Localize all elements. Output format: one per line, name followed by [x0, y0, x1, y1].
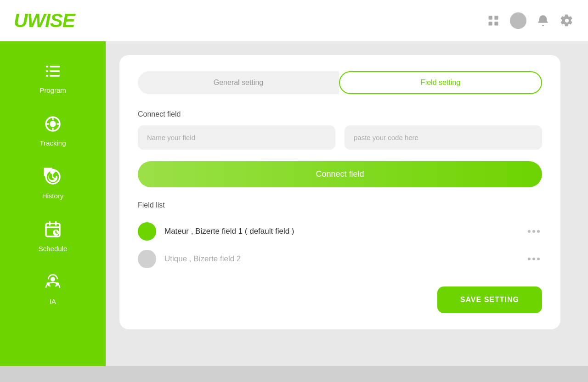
svg-rect-1 [494, 16, 498, 20]
svg-line-24 [48, 286, 51, 286]
svg-rect-9 [50, 75, 60, 76]
tab-general-setting[interactable]: General setting [138, 71, 339, 94]
dot5 [532, 258, 535, 260]
svg-rect-4 [46, 66, 48, 67]
field-code-input[interactable] [345, 125, 542, 150]
sidebar-item-schedule-label: Schedule [39, 245, 68, 253]
field-item-2: Utique , Bizerte field 2 [138, 245, 542, 273]
footer-bar [0, 366, 588, 382]
connect-field-button[interactable]: Connect field [138, 161, 542, 187]
sidebar: Program Tracking History Schedule [0, 41, 106, 366]
field-list-label: Field list [138, 201, 542, 209]
tabs: General setting Field setting [138, 71, 542, 94]
field-name-2: Utique , Bizerte field 2 [164, 254, 517, 264]
save-setting-button[interactable]: SAVE SETTING [437, 286, 542, 313]
settings-card: General setting Field setting Connect fi… [119, 55, 560, 329]
avatar-icon[interactable] [510, 12, 526, 29]
field-more-button-1[interactable] [526, 228, 542, 235]
connect-field-inputs [138, 125, 542, 150]
sidebar-item-ia[interactable]: IA [0, 262, 106, 315]
dot3 [537, 230, 540, 233]
ia-icon [41, 271, 64, 294]
sidebar-item-history-label: History [42, 192, 64, 200]
dot4 [528, 258, 531, 260]
list-icon [41, 60, 64, 83]
svg-rect-6 [46, 70, 48, 72]
tab-field-setting[interactable]: Field setting [339, 71, 542, 94]
grid-icon[interactable] [486, 13, 501, 28]
dot6 [537, 258, 540, 260]
svg-point-22 [47, 282, 50, 286]
sidebar-item-tracking[interactable]: Tracking [0, 103, 106, 156]
field-radio-1[interactable] [138, 222, 156, 241]
header-icons [486, 12, 574, 29]
bell-icon[interactable] [536, 13, 550, 28]
sidebar-item-program[interactable]: Program [0, 51, 106, 103]
connect-field-label: Connect field [138, 110, 542, 118]
sidebar-item-tracking-label: Tracking [40, 139, 66, 147]
settings-icon[interactable] [560, 13, 574, 28]
field-radio-2[interactable] [138, 250, 156, 268]
svg-rect-3 [494, 22, 498, 25]
svg-line-25 [55, 286, 57, 286]
svg-rect-7 [50, 70, 60, 72]
dot1 [528, 230, 531, 233]
svg-rect-5 [50, 66, 60, 67]
field-name-input[interactable] [138, 125, 335, 150]
main-content: General setting Field setting Connect fi… [106, 41, 588, 366]
sidebar-item-schedule[interactable]: Schedule [0, 209, 106, 262]
svg-rect-8 [46, 75, 48, 76]
sidebar-item-history[interactable]: History [0, 156, 106, 209]
sidebar-item-ia-label: IA [50, 298, 56, 305]
svg-point-21 [51, 277, 55, 281]
field-name-1: Mateur , Bizerte field 1 ( default field… [164, 227, 517, 236]
field-more-button-2[interactable] [526, 255, 542, 263]
save-row: SAVE SETTING [138, 286, 542, 313]
logo: UWISE [14, 10, 75, 32]
svg-rect-0 [489, 16, 492, 20]
svg-rect-2 [489, 22, 492, 25]
history-icon [41, 165, 64, 188]
tracking-icon [41, 112, 64, 135]
header: UWISE [0, 0, 588, 41]
schedule-icon [41, 218, 64, 241]
body-layout: Program Tracking History Schedule [0, 41, 588, 366]
field-item-1: Mateur , Bizerte field 1 ( default field… [138, 218, 542, 245]
svg-point-23 [56, 282, 59, 286]
dot2 [532, 230, 535, 233]
sidebar-item-program-label: Program [40, 86, 66, 94]
